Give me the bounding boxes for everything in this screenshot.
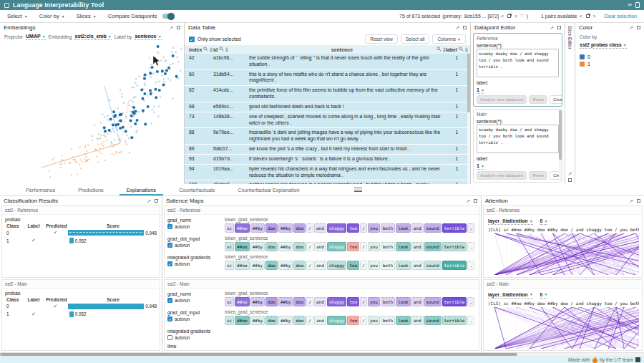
fullscreen-icon[interactable] bbox=[557, 26, 561, 29]
token-chip[interactable]: . bbox=[467, 223, 474, 233]
token-chip[interactable]: you bbox=[368, 223, 380, 233]
token-chip[interactable]: / bbox=[360, 242, 367, 251]
token-chip[interactable]: both bbox=[381, 242, 395, 251]
token-chip[interactable]: too bbox=[347, 223, 359, 233]
token-chip[interactable]: doo bbox=[293, 297, 306, 306]
token-chip[interactable]: and bbox=[411, 261, 424, 270]
token-chip[interactable]: both bbox=[381, 297, 395, 306]
autorun-checkbox[interactable]: ✓ bbox=[167, 224, 172, 229]
token-chip[interactable]: sc bbox=[225, 242, 234, 251]
popout-icon[interactable]: ↗ bbox=[568, 171, 572, 176]
token-chip[interactable]: and bbox=[314, 223, 326, 233]
token-chip[interactable]: sound bbox=[424, 242, 441, 251]
token-chip[interactable]: . bbox=[467, 261, 474, 270]
token-chip[interactable]: too bbox=[347, 242, 359, 251]
select-all-button[interactable]: Select all bbox=[401, 34, 429, 44]
next-datapoint-icon[interactable]: > bbox=[514, 14, 517, 19]
token-chip[interactable]: ##by bbox=[250, 242, 265, 251]
pair-icon[interactable] bbox=[586, 14, 590, 18]
table-row[interactable]: 941019aa...byler reveals his characters … bbox=[185, 165, 470, 181]
token-chip[interactable]: sound bbox=[424, 316, 441, 325]
token-chip[interactable]: ##by bbox=[250, 223, 265, 233]
link-icon[interactable]: ∞ bbox=[628, 2, 632, 8]
clear-button[interactable]: Clear bbox=[550, 95, 562, 104]
autorun-checkbox[interactable]: ✓ bbox=[167, 243, 172, 248]
token-chip[interactable]: shaggy bbox=[327, 242, 347, 251]
horizontal-scrollbar[interactable] bbox=[0, 352, 644, 356]
token-chip[interactable]: / bbox=[360, 316, 367, 325]
popout-icon[interactable]: ↗ bbox=[147, 198, 151, 203]
tab-predictions[interactable]: Predictions bbox=[67, 184, 115, 195]
token-chip[interactable]: doo bbox=[293, 242, 306, 251]
search-icon[interactable] bbox=[436, 47, 441, 52]
token-chip[interactable]: you bbox=[368, 242, 380, 251]
token-chip[interactable]: ##by bbox=[278, 297, 293, 306]
token-chip[interactable]: shaggy bbox=[327, 223, 347, 233]
fullscreen-icon[interactable] bbox=[155, 199, 158, 203]
menu-icon[interactable] bbox=[354, 184, 362, 195]
popout-icon[interactable]: ↗ bbox=[169, 25, 173, 30]
token-chip[interactable]: and bbox=[411, 316, 424, 325]
token-chip[interactable]: ##by bbox=[250, 261, 265, 270]
token-chip[interactable]: too bbox=[347, 297, 359, 306]
table-row[interactable]: 93d15b7d...if steven soderbergh 's ` sol… bbox=[185, 155, 470, 165]
token-chip[interactable]: too bbox=[347, 316, 359, 325]
token-chip[interactable]: ##by bbox=[278, 242, 293, 251]
token-chip[interactable]: look bbox=[396, 261, 410, 270]
head-select[interactable]: 0▼ bbox=[540, 218, 548, 225]
tab-counterfactuals[interactable]: Counterfactuals bbox=[167, 184, 226, 195]
table-row[interactable]: 6031db54...this is a story of two misfit… bbox=[185, 70, 470, 87]
docs-icon[interactable] bbox=[635, 2, 640, 8]
sentence-textarea[interactable]: scooby dooby doo / and shaggy too / you … bbox=[477, 49, 559, 77]
table-row[interactable]: 42a1bc96...the subtle strength of `` ell… bbox=[185, 54, 470, 70]
sentence-textarea[interactable]: scooby dooby doo / and shaggy too / you … bbox=[477, 125, 559, 153]
tab-counterfactual-explanation[interactable]: Counterfactual Explanation bbox=[226, 184, 311, 195]
search-icon[interactable] bbox=[203, 47, 208, 52]
token-chip[interactable]: terrible bbox=[442, 261, 467, 270]
token-chip[interactable]: look bbox=[396, 316, 410, 325]
fullscreen-icon[interactable] bbox=[637, 26, 640, 29]
token-chip[interactable]: ##by bbox=[278, 316, 293, 325]
token-chip[interactable]: and bbox=[314, 242, 326, 251]
slices-menu[interactable]: Slices ▼ bbox=[77, 13, 97, 19]
token-chip[interactable]: / bbox=[360, 223, 367, 233]
token-chip[interactable]: doo bbox=[265, 223, 278, 233]
table-row[interactable]: 62414cde...the primitive force of this f… bbox=[185, 86, 470, 102]
table-row[interactable]: 73148b38...one of creepiest , scariest m… bbox=[185, 112, 470, 129]
table-row[interactable]: 889e79ee...fresnadillo 's dark and jolti… bbox=[185, 128, 470, 145]
token-chip[interactable]: / bbox=[360, 297, 367, 306]
token-chip[interactable]: shaggy bbox=[327, 261, 347, 270]
token-chip[interactable]: look bbox=[396, 242, 410, 251]
token-chip[interactable]: doo bbox=[265, 242, 278, 251]
fullscreen-icon[interactable] bbox=[637, 199, 640, 203]
token-chip[interactable]: terrible bbox=[442, 316, 467, 325]
colorby-select[interactable]: sst2 probas class▼ bbox=[580, 42, 627, 49]
token-chip[interactable]: / bbox=[306, 242, 313, 251]
sort-icon[interactable] bbox=[225, 47, 228, 52]
token-chip[interactable]: doo bbox=[293, 316, 306, 325]
token-chip[interactable]: you bbox=[368, 316, 380, 325]
token-chip[interactable]: . bbox=[467, 297, 474, 306]
popout-icon[interactable]: ↗ bbox=[455, 25, 459, 30]
token-chip[interactable]: sc bbox=[225, 297, 234, 306]
token-chip[interactable]: both bbox=[381, 261, 395, 270]
projector-select[interactable]: UMAP▼ bbox=[26, 34, 46, 40]
token-chip[interactable]: look bbox=[396, 297, 410, 306]
token-chip[interactable]: you bbox=[368, 261, 380, 270]
scrollbar-thumb[interactable] bbox=[559, 110, 562, 160]
token-chip[interactable]: terrible bbox=[442, 223, 467, 233]
token-chip[interactable]: sound bbox=[424, 297, 441, 306]
autorun-checkbox[interactable]: ✓ bbox=[167, 261, 172, 266]
token-chip[interactable]: doo bbox=[293, 261, 306, 270]
column-header-index[interactable]: index bbox=[185, 47, 213, 52]
token-chip[interactable]: ##by bbox=[278, 223, 293, 233]
token-chip[interactable]: doo bbox=[265, 316, 278, 325]
token-chip[interactable]: . bbox=[467, 242, 474, 251]
label-select[interactable]: 1▼ bbox=[477, 163, 484, 170]
fullscreen-icon[interactable] bbox=[177, 26, 180, 29]
labelby-select[interactable]: sentence▼ bbox=[135, 34, 161, 40]
token-chip[interactable]: shaggy bbox=[327, 316, 347, 325]
token-chip[interactable]: ##oo bbox=[235, 242, 249, 251]
slice-editor-collapsed-panel[interactable]: Slice Editor ↗ bbox=[565, 23, 575, 184]
token-chip[interactable]: ##by bbox=[250, 316, 265, 325]
